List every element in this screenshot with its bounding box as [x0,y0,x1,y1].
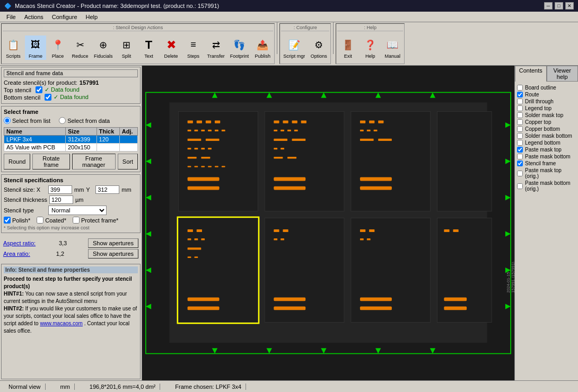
radio-data-item[interactable]: Select from data [59,117,110,124]
manual-button[interactable]: 📖 Manual [382,35,403,60]
coated-checkbox[interactable] [37,217,43,224]
polish-item[interactable]: Polish* [4,217,30,224]
polish-checkbox[interactable] [4,217,11,224]
type-label: Stencil type [4,207,46,213]
svg-rect-43 [208,166,212,167]
radio-list-label: Select from list [12,118,50,124]
macaos-link[interactable]: www.macaos.com [40,320,83,326]
module-1 [178,111,258,211]
menu-help[interactable]: Help [82,13,102,21]
svg-rect-80 [188,256,191,258]
split-button[interactable]: ⊞ Split [116,35,137,60]
protect-checkbox[interactable] [73,217,80,224]
app-title: Macaos Stencil Creator - Product name: 3… [15,3,219,9]
exit-button[interactable]: 🚪 Exit [337,35,358,60]
checkbox-solder-mask-bottom[interactable] [517,133,523,139]
title-bar-left: 🔷 Macaos Stencil Creator - Product name:… [4,3,219,10]
size-row: Stencil size: X mm Y mm [4,185,138,194]
place-button[interactable]: 📍 Place [47,35,68,60]
stencil-specs-title: Stencil specifications [4,177,138,183]
type-select[interactable]: Normal [48,206,107,215]
frame-button[interactable]: 🖼 Frame [25,35,46,60]
round-button[interactable]: Round [4,154,30,170]
top-stencil-checkbox[interactable] [36,86,42,93]
svg-rect-55 [294,130,298,131]
size-x-input[interactable] [48,185,72,194]
thickness-input[interactable] [49,195,73,204]
svg-rect-91 [369,229,374,232]
maximize-button[interactable]: □ [555,2,563,10]
toolbar-section-label-help: : Help [337,25,403,31]
frame-manager-button[interactable]: Frame manager [72,154,116,170]
checkbox-stencil-frame[interactable] [517,161,523,166]
bottom-stencil-checkbox[interactable] [45,94,51,101]
checkbox-paste-mask-bottom[interactable] [517,154,523,159]
aspect-ratio-label[interactable]: Aspect ratio: [3,240,36,246]
transfer-button[interactable]: ⇄ Transfer [205,35,227,60]
radio-from-list[interactable] [4,117,11,124]
protect-item[interactable]: Protect frame* [73,217,118,224]
bottom-stencil-row: Bottom stencil ✓ Data found [4,94,138,101]
svg-rect-93 [367,238,371,240]
svg-rect-98 [444,297,467,301]
checkbox-copper-top[interactable] [517,119,523,125]
row2-thick [97,144,119,152]
show-apertures-aspect-button[interactable]: Show apertures [88,238,138,248]
help-label: Help [365,54,375,59]
svg-rect-74 [188,229,193,232]
fiducials-button[interactable]: ⊕ Fiducials [92,35,115,60]
checkbox-drill-through[interactable] [517,99,523,104]
text-button[interactable]: T Text [138,35,160,60]
svg-rect-51 [301,121,306,123]
checkbox-paste-mask-top-orig[interactable] [517,171,523,176]
options-label: Options [311,54,327,59]
title-bar-controls[interactable]: ─ □ ✕ [544,2,574,10]
checkbox-route[interactable] [517,92,523,97]
footprint-button[interactable]: 👣 Footprint [228,35,251,60]
svg-rect-32 [188,139,202,141]
reduce-button[interactable]: ✂ Reduce [69,35,91,60]
coated-item[interactable]: Coated* [37,217,66,224]
reduce-icon: ✂ [72,37,89,54]
manual-label: Manual [384,54,400,59]
svg-rect-85 [283,229,288,232]
menu-file[interactable]: File [2,13,20,21]
menu-configure[interactable]: Configure [48,13,82,21]
scripts-button[interactable]: 📋 Scripts [3,35,24,60]
hint1-bold: HINT#1: [4,291,24,297]
checkbox-paste-mask-top[interactable] [517,147,523,153]
checkbox-solder-mask-top[interactable] [517,112,523,118]
table-row[interactable]: LPKF 3x4 312x399 120 [4,136,138,144]
svg-rect-62 [274,177,305,181]
rotate-frame-button[interactable]: Rotate frame [32,154,69,170]
close-button[interactable]: ✕ [565,2,574,10]
checkbox-paste-mask-bottom-orig[interactable] [517,183,523,189]
tab-contents[interactable]: Contents [515,66,547,82]
svg-rect-33 [206,139,220,141]
product-label: Create stencil(s) for product: [4,79,77,86]
checkbox-board-outline[interactable] [517,85,523,91]
checkbox-legend-bottom[interactable] [517,140,523,146]
row2-size: 200x150 [65,144,97,152]
delete-button[interactable]: ✖ Delete [161,35,182,60]
scriptmgr-button[interactable]: 📝 Script mgr [281,35,307,60]
svg-rect-66 [378,121,383,123]
options-button[interactable]: ⚙ Options [308,35,329,60]
checkbox-legend-top[interactable] [517,105,523,111]
help-button[interactable]: ❓ Help [360,35,381,60]
table-row[interactable]: A5 Value with PCB 200x150 [4,144,138,152]
info-panel: Info: Stencil and frame properties Proce… [1,264,141,379]
checkbox-copper-bottom[interactable] [517,126,523,132]
publish-button[interactable]: 📤 Publish [252,35,273,60]
tab-viewer-help[interactable]: Viewer help [547,66,579,82]
radio-list-item[interactable]: Select from list [4,117,50,124]
steps-button[interactable]: ≡ Steps [183,35,204,60]
show-apertures-area-button[interactable]: Show apertures [88,249,138,259]
radio-from-data[interactable] [59,117,66,124]
area-ratio-label[interactable]: Area ratio: [3,251,30,257]
size-y-input[interactable] [95,185,119,194]
frame-table: Name Size Thick Adj. LPKF 3x4 312x399 12… [4,127,138,152]
sort-button[interactable]: Sort [118,154,138,170]
minimize-button[interactable]: ─ [544,2,553,10]
menu-actions[interactable]: Actions [20,13,48,21]
